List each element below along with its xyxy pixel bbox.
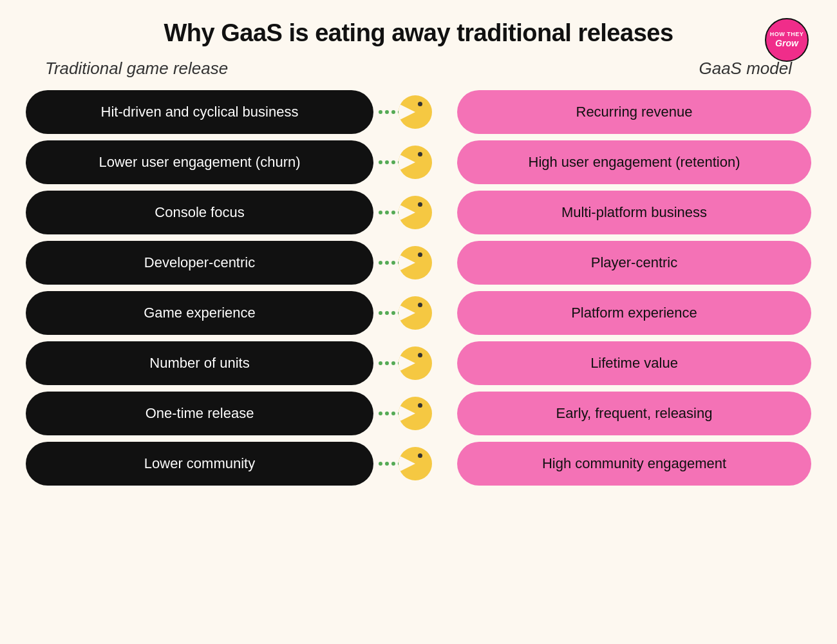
pacman-mouth-top bbox=[399, 104, 415, 112]
left-pill: One-time release bbox=[26, 392, 373, 435]
comparison-row: Lower user engagement (churn) High user bbox=[26, 140, 811, 184]
dot bbox=[391, 462, 395, 466]
rows-container: Hit-driven and cyclical business Recurr bbox=[26, 90, 811, 486]
dot bbox=[379, 462, 382, 466]
pacman-connector bbox=[373, 341, 457, 385]
pacman-mouth-bottom bbox=[399, 112, 415, 120]
left-pill: Console focus bbox=[26, 191, 373, 234]
page-title: Why GaaS is eating away traditional rele… bbox=[26, 19, 811, 47]
pacman-eye bbox=[418, 453, 422, 458]
left-pill: Developer-centric bbox=[26, 241, 373, 285]
right-pill: High user engagement (retention) bbox=[457, 140, 811, 184]
logo-line1: HOW THEY bbox=[770, 32, 804, 38]
dot bbox=[385, 211, 389, 214]
dot bbox=[385, 110, 389, 114]
right-column-header: GaaS model bbox=[434, 59, 811, 79]
pacman-mouth-top bbox=[399, 455, 415, 464]
pacman-icon bbox=[399, 296, 432, 330]
pacman-icon bbox=[399, 95, 432, 129]
pacman-eye bbox=[418, 353, 422, 357]
left-column-header: Traditional game release bbox=[26, 59, 403, 79]
dot bbox=[385, 361, 389, 365]
pacman-body bbox=[399, 95, 432, 129]
dot bbox=[379, 110, 382, 114]
comparison-row: Hit-driven and cyclical business Recurr bbox=[26, 90, 811, 134]
comparison-row: Game experience Platform experience bbox=[26, 291, 811, 335]
right-pill: Platform experience bbox=[457, 291, 811, 335]
pacman-eye bbox=[418, 102, 422, 106]
left-pill: Number of units bbox=[26, 341, 373, 385]
column-headers: Traditional game release GaaS model bbox=[26, 59, 811, 79]
dot bbox=[385, 412, 389, 415]
dot bbox=[379, 412, 382, 415]
dot bbox=[391, 412, 395, 415]
pacman-connector bbox=[373, 90, 457, 134]
pacman-icon bbox=[399, 346, 432, 380]
right-pill: High community engagement bbox=[457, 442, 811, 486]
comparison-row: Number of units Lifetime value bbox=[26, 341, 811, 385]
dot bbox=[379, 160, 382, 164]
pacman-mouth-bottom bbox=[399, 464, 415, 472]
dot bbox=[385, 261, 389, 265]
pacman-icon bbox=[399, 246, 432, 279]
pacman-icon bbox=[399, 447, 432, 480]
pacman-mouth-bottom bbox=[399, 313, 415, 321]
pacman-mouth-bottom bbox=[399, 263, 415, 271]
pacman-body bbox=[399, 397, 432, 430]
pacman-eye bbox=[418, 303, 422, 307]
comparison-row: Console focus Multi-platform business bbox=[26, 191, 811, 234]
left-pill: Game experience bbox=[26, 291, 373, 335]
pacman-eye bbox=[418, 252, 422, 257]
dot bbox=[391, 311, 395, 315]
pacman-body bbox=[399, 196, 432, 229]
right-pill: Recurring revenue bbox=[457, 90, 811, 134]
pacman-mouth-top bbox=[399, 305, 415, 313]
pacman-connector bbox=[373, 191, 457, 234]
dot bbox=[391, 261, 395, 265]
pacman-connector bbox=[373, 241, 457, 285]
dot bbox=[385, 311, 389, 315]
pacman-mouth-top bbox=[399, 204, 415, 213]
dot bbox=[379, 211, 382, 214]
pacman-mouth-top bbox=[399, 154, 415, 162]
pacman-eye bbox=[418, 403, 422, 408]
pacman-body bbox=[399, 447, 432, 480]
pacman-connector bbox=[373, 442, 457, 486]
pacman-mouth-bottom bbox=[399, 363, 415, 372]
comparison-row: Developer-centric Player-centric bbox=[26, 241, 811, 285]
pacman-body bbox=[399, 346, 432, 380]
dot bbox=[391, 110, 395, 114]
pacman-eye bbox=[418, 202, 422, 207]
dot bbox=[379, 361, 382, 365]
dot bbox=[391, 361, 395, 365]
pacman-mouth-top bbox=[399, 254, 415, 263]
pacman-connector bbox=[373, 140, 457, 184]
comparison-row: Lower community High community engageme bbox=[26, 442, 811, 486]
logo: HOW THEY Grow bbox=[765, 18, 809, 62]
pacman-body bbox=[399, 146, 432, 179]
pacman-mouth-bottom bbox=[399, 162, 415, 171]
pacman-body bbox=[399, 296, 432, 330]
pacman-icon bbox=[399, 397, 432, 430]
right-pill: Multi-platform business bbox=[457, 191, 811, 234]
pacman-body bbox=[399, 246, 432, 279]
right-pill: Player-centric bbox=[457, 241, 811, 285]
pacman-icon bbox=[399, 146, 432, 179]
left-pill: Lower community bbox=[26, 442, 373, 486]
dot bbox=[385, 160, 389, 164]
pacman-icon bbox=[399, 196, 432, 229]
pacman-mouth-bottom bbox=[399, 213, 415, 221]
right-pill: Early, frequent, releasing bbox=[457, 392, 811, 435]
pacman-connector bbox=[373, 291, 457, 335]
dot bbox=[391, 211, 395, 214]
pacman-mouth-bottom bbox=[399, 413, 415, 422]
page-container: Why GaaS is eating away traditional rele… bbox=[0, 0, 837, 644]
pacman-connector bbox=[373, 392, 457, 435]
dot bbox=[391, 160, 395, 164]
dot bbox=[385, 462, 389, 466]
dot bbox=[379, 261, 382, 265]
left-pill: Lower user engagement (churn) bbox=[26, 140, 373, 184]
pacman-eye bbox=[418, 152, 422, 156]
dot bbox=[379, 311, 382, 315]
left-pill: Hit-driven and cyclical business bbox=[26, 90, 373, 134]
